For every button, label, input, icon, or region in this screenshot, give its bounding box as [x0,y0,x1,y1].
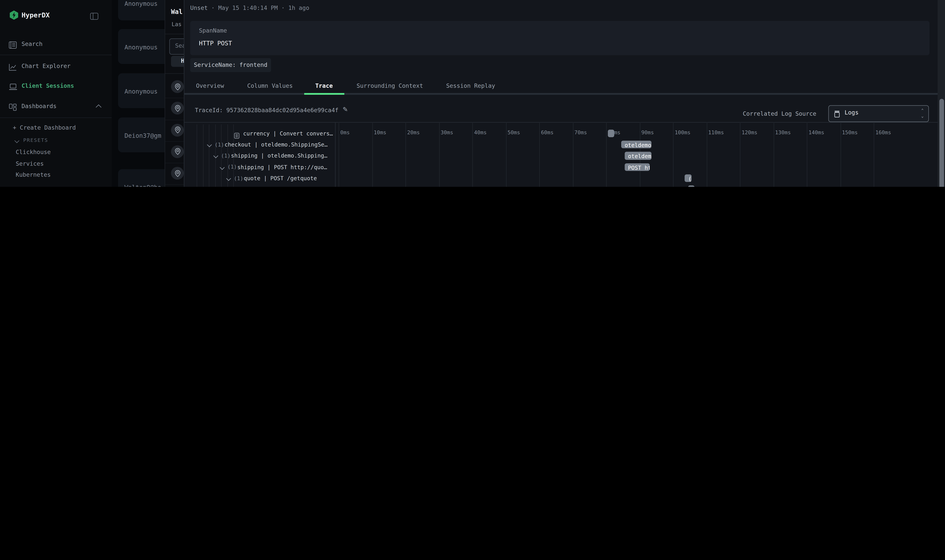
span-count: (1) [221,153,231,159]
axis-tick-label: 150ms [842,130,858,135]
location-pin-icon[interactable] [171,145,184,158]
span-duration-bar[interactable]: oteldemo.Sh [621,141,651,149]
axis-tick-label: 160ms [876,130,891,135]
session-search-input[interactable]: Sea [169,38,184,55]
bar-label: oteldemo.Sh [625,142,651,148]
session-list-item[interactable]: Deion37@gm [118,117,165,152]
divider [0,55,112,55]
sidebar-item-dashboards[interactable]: Dashboards [0,99,112,114]
axis-tick-label: 90ms [641,130,654,135]
session-list-item[interactable]: Walton9@ho [118,169,165,187]
laptop-icon [9,82,17,93]
span-duration-bar[interactable]: POST htt [624,163,649,171]
session-list-item[interactable]: Anonymous [118,73,165,108]
sidebar-collapse-icon[interactable] [90,11,98,22]
presets-header: PRESETS [23,137,48,143]
span-label: shipping | oteldemo.Shipping… [231,152,327,159]
span-label: quote | {closure} [250,186,307,187]
highlighted-chip[interactable]: H [171,56,184,67]
divider [165,73,184,74]
timeline-event-cell [165,76,184,98]
session-list-item[interactable]: Anonymous [118,29,165,64]
trace-tree-row[interactable]: (1)shipping | oteldemo.Shipping… [184,150,335,162]
modal-scrollbar-thumb[interactable] [939,99,944,187]
sidebar-item-chart-explorer[interactable]: Chart Explorer [0,59,112,74]
tab-session-replay[interactable]: Session Replay [446,83,495,89]
span-count: (2) [240,186,250,187]
span-count: (1) [227,164,237,170]
trace-tree-row[interactable]: currency | Convert convers… [184,128,335,139]
span-label: quote | POST /getquote [244,175,317,182]
bar-label: POST htt [628,164,649,171]
location-pin-icon[interactable] [171,124,184,137]
app-title: HyperDX [22,11,49,19]
sidebar-item-client-sessions[interactable]: Client Sessions [0,79,112,94]
axis-tick-label: 100ms [675,130,691,135]
app-root: HyperDX Search Chart Explorer Client Ses… [0,0,945,187]
timeline-event-cell [165,163,184,185]
create-dashboard-button[interactable]: + Create Dashboard [13,125,76,131]
tree-chart-divider [335,122,336,187]
preset-item-clickhouse[interactable]: Clickhouse [16,149,51,155]
span-duration-bar[interactable]: oteldemo [624,152,651,160]
gridline [539,122,540,187]
trace-tree-row[interactable]: (1)checkout | oteldemo.ShippingSe… [184,139,335,150]
gridline [439,122,439,187]
span-duration-bar[interactable] [608,129,615,137]
divider [165,34,184,34]
tab-surrounding-context[interactable]: Surrounding Context [356,83,423,89]
chevron-down-icon[interactable] [213,154,218,158]
axis-tick-label: 10ms [374,130,386,135]
session-email: Deion37@gm [125,132,161,139]
preset-item-services[interactable]: Services [16,160,44,167]
correlated-log-source-select[interactable]: Logs ⌃⌄ [828,105,929,122]
gridline [606,122,607,187]
axis-tick-label: 30ms [441,130,453,135]
edit-pencil-icon[interactable]: ✎ [342,106,348,113]
gridline [874,122,874,187]
trace-tree-row[interactable]: (1)shipping | POST http://quo… [184,162,335,173]
span-duration-bar[interactable]: ( [684,174,691,182]
chevron-down-icon[interactable] [220,165,225,169]
document-icon [234,130,240,139]
session-detail-panel: Wal Las Sea H ⇄ [165,0,184,187]
tab-trace[interactable]: Trace [315,83,333,89]
log-source-value: Logs [845,109,859,116]
axis-tick-label: 60ms [541,130,553,135]
gridline [472,122,473,187]
tab-overview[interactable]: Overview [196,83,224,89]
axis-tick-label: 130ms [775,130,791,135]
gridline [673,122,674,187]
tab-track [184,93,945,95]
sidebar-item-search[interactable]: Search [0,37,112,52]
tab-active-indicator [304,93,344,95]
session-list: AnonymousAnonymousAnonymousDeion37@gmWal… [112,0,165,187]
trace-detail-modal: Unset · May 15 1:40:14 PM · 1h ago SpanN… [184,0,945,187]
axis-tick-label: 110ms [708,130,724,135]
session-search-placeholder: Sea [175,42,184,49]
chevron-down-icon[interactable] [226,176,231,181]
gridline [840,122,841,187]
tab-column-values[interactable]: Column Values [247,83,293,89]
sidebar-item-label: Dashboards [22,103,57,109]
sidebar-item-label: Search [22,41,42,47]
timeline-event-cell [165,120,184,142]
location-pin-icon[interactable] [171,80,184,93]
session-list-item[interactable]: Anonymous [118,0,165,20]
gridline [706,122,707,187]
axis-tick-label: 70ms [575,130,587,135]
location-pin-icon[interactable] [171,167,184,180]
trace-tree-row[interactable]: (1)quote | POST /getquote [184,173,335,184]
axis-tick-label: 0ms [340,130,350,135]
trace-tree-row[interactable]: (2)quote | {closure} [184,184,335,187]
status-timestamp: May 15 1:40:14 PM [218,5,278,11]
preset-item-kubernetes[interactable]: Kubernetes [16,171,51,178]
bar-label: ( [688,175,691,182]
chevron-down-icon[interactable] [207,142,212,147]
status-level: Unset [190,5,208,11]
trace-id: TraceId: 957362828baa84dc02d95a4e6e99ca4… [195,107,339,113]
gridline [774,122,774,187]
logs-cylinder-icon [834,109,840,120]
span-duration-bar[interactable]: { [688,186,695,187]
location-pin-icon[interactable] [171,102,184,115]
